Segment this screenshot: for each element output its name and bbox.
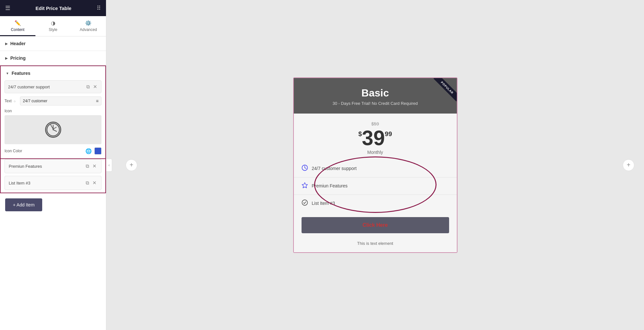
feature-row-2: Premiun Features bbox=[294, 177, 457, 195]
star-feature-icon bbox=[302, 182, 308, 190]
features-header-toggle[interactable]: ▼ Features bbox=[1, 66, 105, 80]
text-field-content: 24/7 customer bbox=[23, 99, 47, 103]
svg-point-9 bbox=[302, 200, 307, 205]
card-features: 24/7 customer support Premiun Features bbox=[294, 160, 457, 212]
icon-preview bbox=[5, 115, 101, 144]
feature-premiun-label: Premiun Features bbox=[9, 164, 42, 169]
features-section: ▼ Features 24/7 customer support ⧉ ✕ Tex… bbox=[0, 65, 106, 193]
feature-item-1-label: 24/7 customer support bbox=[8, 85, 86, 89]
icon-color-label: Icon Color bbox=[5, 149, 22, 153]
style-icon: ◑ bbox=[51, 20, 55, 26]
panel-scroll: ▶ Header ▶ Pricing ▼ Features 24/7 custo… bbox=[0, 36, 106, 330]
header-arrow-icon: ▶ bbox=[5, 42, 8, 45]
feature-row-3-label: List Item #3 bbox=[312, 201, 335, 206]
feature-row-1: 24/7 customer support bbox=[294, 160, 457, 177]
color-swatch[interactable] bbox=[94, 147, 101, 155]
icon-color-row: Icon Color 🌐 bbox=[5, 147, 101, 155]
feature-row-2-label: Premiun Features bbox=[312, 183, 348, 188]
feature-premiun-delete[interactable]: ✕ bbox=[92, 163, 97, 170]
clock-svg bbox=[46, 122, 60, 138]
svg-point-7 bbox=[304, 167, 305, 168]
card-pricing: $59 $ 39 99 Monthly bbox=[294, 114, 457, 160]
feature-item-1-delete[interactable]: ✕ bbox=[92, 83, 98, 90]
features-arrow-icon: ▼ bbox=[6, 72, 9, 75]
feature-premiun-duplicate[interactable]: ⧉ bbox=[85, 163, 90, 170]
tab-advanced[interactable]: ⚙️ Advanced bbox=[71, 16, 106, 36]
content-icon: ✏️ bbox=[14, 20, 21, 26]
accordion-header: ▶ Header bbox=[0, 36, 106, 51]
card-header: Basic 30 - Days Free Trial! No Credit Ca… bbox=[294, 78, 457, 114]
accordion-header-label: Header bbox=[10, 41, 25, 46]
popular-ribbon: POPULAR bbox=[428, 78, 457, 107]
add-section-left[interactable]: + bbox=[126, 159, 137, 171]
price-main: $ 39 99 bbox=[300, 128, 450, 148]
add-item-button[interactable]: + Add Item bbox=[5, 198, 42, 211]
left-panel: ☰ Edit Price Table ⠿ ✏️ Content ◑ Style … bbox=[0, 0, 106, 330]
svg-marker-8 bbox=[302, 183, 307, 188]
top-bar: ☰ Edit Price Table ⠿ bbox=[0, 0, 106, 16]
card-footer-text: This is text element bbox=[294, 238, 457, 252]
feature-listitem3-delete[interactable]: ✕ bbox=[92, 179, 97, 186]
check-feature-icon bbox=[302, 199, 308, 207]
add-section-right[interactable]: + bbox=[623, 159, 634, 171]
accordion-pricing: ▶ Pricing bbox=[0, 51, 106, 65]
feature-listitem3-duplicate[interactable]: ⧉ bbox=[85, 179, 90, 186]
text-field-value[interactable]: 24/7 customer ≡ bbox=[20, 96, 101, 105]
price-period: Monthly bbox=[300, 150, 450, 155]
text-field-row: Text ⊹ 24/7 customer ≡ bbox=[5, 96, 101, 105]
feature-list-item-3: List Item #3 ⧉ ✕ bbox=[5, 176, 101, 190]
tab-content-label: Content bbox=[11, 27, 24, 32]
cta-button[interactable]: Click Here bbox=[302, 217, 449, 233]
text-field-label: Text ⊹ bbox=[5, 99, 17, 103]
right-canvas: ‹ + + Basic 30 - Days Free Trial! No Cre… bbox=[106, 0, 644, 330]
feature-item-expanded: 24/7 customer support ⧉ ✕ Text ⊹ 24/7 cu… bbox=[1, 80, 105, 159]
clock-preview-icon bbox=[45, 122, 61, 138]
grid-icon[interactable]: ⠿ bbox=[97, 5, 101, 12]
card-cta: Click Here bbox=[294, 212, 457, 238]
tab-advanced-label: Advanced bbox=[80, 27, 97, 32]
price-card: Basic 30 - Days Free Trial! No Credit Ca… bbox=[293, 77, 457, 253]
accordion-pricing-label: Pricing bbox=[10, 55, 25, 61]
accordion-header-toggle[interactable]: ▶ Header bbox=[0, 36, 106, 51]
feature-row-3: List Item #3 bbox=[294, 195, 457, 212]
feature-item-1-duplicate[interactable]: ⧉ bbox=[86, 83, 91, 90]
price-card-wrapper: Basic 30 - Days Free Trial! No Credit Ca… bbox=[293, 77, 457, 253]
popular-ribbon-label: POPULAR bbox=[433, 78, 457, 101]
text-list-icon: ≡ bbox=[96, 98, 99, 104]
advanced-icon: ⚙️ bbox=[85, 20, 91, 26]
global-icon[interactable]: 🌐 bbox=[85, 148, 92, 154]
feature-listitem3-actions: ⧉ ✕ bbox=[85, 179, 97, 186]
tab-content[interactable]: ✏️ Content bbox=[0, 16, 35, 36]
feature-row-1-label: 24/7 customer support bbox=[312, 166, 357, 171]
collapse-handle[interactable]: ‹ bbox=[106, 159, 112, 172]
feature-premiun-actions: ⧉ ✕ bbox=[85, 163, 97, 170]
accordion-pricing-toggle[interactable]: ▶ Pricing bbox=[0, 51, 106, 65]
features-label: Features bbox=[12, 71, 30, 76]
color-controls: 🌐 bbox=[85, 147, 101, 155]
move-icon: ⊹ bbox=[14, 100, 16, 103]
svg-point-3 bbox=[53, 129, 54, 130]
price-amount: 39 bbox=[362, 128, 385, 148]
price-cents: 99 bbox=[385, 130, 392, 138]
svg-line-2 bbox=[53, 130, 57, 131]
panel-title: Edit Price Table bbox=[35, 5, 71, 11]
pricing-arrow-icon: ▶ bbox=[5, 56, 8, 60]
feature-item-1-header: 24/7 customer support ⧉ ✕ bbox=[5, 80, 101, 93]
tab-style[interactable]: ◑ Style bbox=[35, 16, 71, 36]
hamburger-icon[interactable]: ☰ bbox=[5, 5, 10, 12]
price-dollar: $ bbox=[358, 130, 362, 138]
icon-section-label: Icon bbox=[5, 109, 101, 113]
add-item-section: + Add Item bbox=[0, 193, 106, 216]
feature-list-item-premiun: Premiun Features ⧉ ✕ bbox=[5, 159, 101, 173]
price-original: $59 bbox=[300, 121, 450, 126]
feature-listitem3-label: List Item #3 bbox=[9, 181, 30, 185]
tabs-row: ✏️ Content ◑ Style ⚙️ Advanced bbox=[0, 16, 106, 36]
feature-item-1-actions: ⧉ ✕ bbox=[86, 83, 98, 90]
tab-style-label: Style bbox=[49, 27, 57, 32]
clock-feature-icon bbox=[302, 165, 308, 173]
